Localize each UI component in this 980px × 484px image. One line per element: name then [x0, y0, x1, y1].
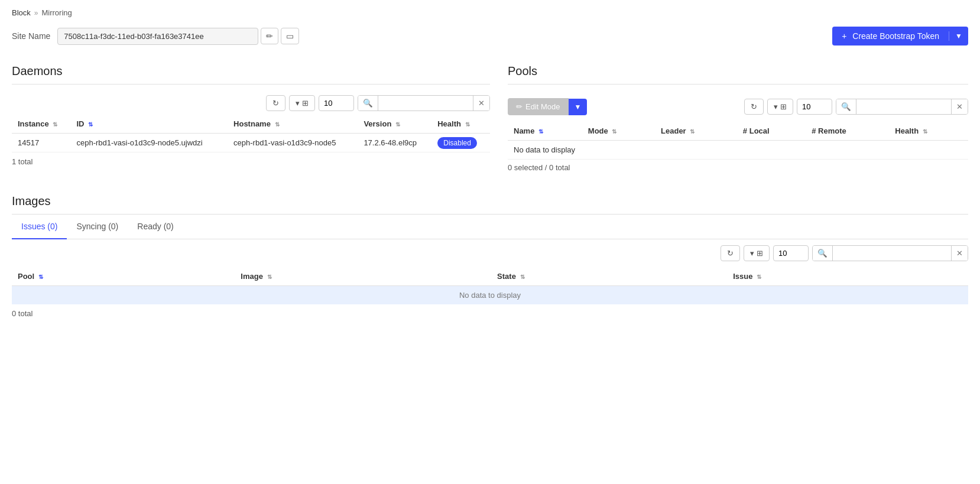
- daemons-col-id[interactable]: ID ⇅: [71, 115, 228, 134]
- images-col-image[interactable]: Image ⇅: [235, 267, 491, 286]
- site-name-edit-button[interactable]: ✏: [261, 28, 278, 44]
- sort-icon-instance: ⇅: [53, 121, 57, 128]
- clear-icon: ✕: [956, 249, 963, 258]
- columns-drop-icon: ▾: [750, 249, 754, 258]
- edit-mode-dropdown-button[interactable]: ▼: [569, 99, 588, 115]
- daemon-health-badge: Disabled: [437, 137, 477, 149]
- daemons-col-health[interactable]: Health ⇅: [431, 115, 490, 134]
- create-bootstrap-token-button[interactable]: + Create Bootstrap Token ▼: [832, 27, 968, 46]
- sort-icon-hostname: ⇅: [275, 121, 280, 128]
- pools-col-name[interactable]: Name ⇅: [508, 122, 582, 141]
- images-table: Pool ⇅ Image ⇅ State ⇅ Issue ⇅ No d: [12, 267, 968, 304]
- site-name-input[interactable]: [57, 28, 258, 45]
- images-no-data: No data to display: [12, 286, 968, 305]
- search-icon: 🔍: [841, 102, 851, 111]
- sort-icon-img-pool: ⇅: [38, 274, 43, 280]
- images-col-issue[interactable]: Issue ⇅: [727, 267, 968, 286]
- pools-col-mode[interactable]: Mode ⇅: [582, 122, 655, 141]
- images-search-clear-button[interactable]: ✕: [951, 246, 968, 261]
- images-title: Images: [12, 185, 968, 214]
- sort-icon-issue: ⇅: [757, 274, 761, 280]
- tab-syncing[interactable]: Syncing (0): [67, 215, 128, 239]
- breadcrumb-separator: »: [34, 9, 38, 17]
- edit-mode-button-group: ✏ Edit Mode ▼: [508, 98, 587, 115]
- sort-icon-mode: ⇅: [612, 128, 616, 135]
- images-total: 0 total: [12, 304, 968, 323]
- refresh-icon: ↻: [272, 99, 279, 108]
- search-icon: 🔍: [363, 99, 373, 108]
- daemons-search-input[interactable]: [378, 96, 473, 111]
- images-col-state[interactable]: State ⇅: [491, 267, 727, 286]
- daemons-refresh-button[interactable]: ↻: [266, 95, 285, 111]
- tab-issues[interactable]: Issues (0): [12, 215, 67, 239]
- tab-ready[interactable]: Ready (0): [128, 215, 183, 239]
- images-search-input[interactable]: [833, 246, 951, 261]
- pools-col-remote[interactable]: # Remote: [806, 122, 889, 141]
- pools-col-local[interactable]: # Local: [737, 122, 806, 141]
- sort-icon-pool-health: ⇅: [923, 128, 927, 135]
- sort-icon-health: ⇅: [465, 121, 470, 128]
- daemons-search-icon-button[interactable]: 🔍: [358, 96, 378, 111]
- edit-icon: ✏: [266, 31, 273, 41]
- pools-no-data: No data to display: [508, 141, 968, 160]
- pools-table: Name ⇅ Mode ⇅ Leader ⇅ # Local: [508, 122, 968, 160]
- pools-search-wrapper: 🔍 ✕: [836, 99, 968, 115]
- pools-columns-button[interactable]: ▾ ⊞: [767, 99, 793, 115]
- site-name-input-group: ✏ ▭: [57, 28, 299, 45]
- breadcrumb: Block » Mirroring: [0, 0, 980, 22]
- daemons-per-page-input[interactable]: [319, 95, 354, 111]
- pools-refresh-button[interactable]: ↻: [744, 99, 764, 115]
- refresh-icon: ↻: [727, 249, 734, 258]
- daemon-instance: 14517: [12, 134, 71, 152]
- images-toolbar: ↻ ▾ ⊞ 🔍 ✕: [12, 239, 968, 267]
- clear-icon: ✕: [478, 99, 485, 108]
- images-col-pool[interactable]: Pool ⇅: [12, 267, 235, 286]
- daemons-columns-button[interactable]: ▾ ⊞: [289, 95, 315, 111]
- daemons-section: Daemons ↻ ▾ ⊞ 🔍 ✕: [12, 55, 490, 176]
- daemons-search-wrapper: 🔍 ✕: [358, 95, 490, 111]
- columns-grid-icon: ⊞: [302, 99, 309, 108]
- refresh-icon: ↻: [751, 102, 757, 111]
- edit-mode-chevron-icon: ▼: [575, 103, 582, 111]
- images-refresh-button[interactable]: ↻: [721, 245, 740, 261]
- pools-title: Pools: [508, 55, 968, 84]
- daemons-search-clear-button[interactable]: ✕: [473, 96, 489, 111]
- clear-icon: ✕: [956, 102, 963, 111]
- images-search-icon-button[interactable]: 🔍: [813, 246, 833, 261]
- images-tabs: Issues (0) Syncing (0) Ready (0): [12, 215, 968, 239]
- site-name-row: Site Name ✏ ▭ + Create Bootstrap Token ▼: [0, 22, 980, 55]
- table-row: 14517 ceph-rbd1-vasi-o1d3c9-node5.ujwdzi…: [12, 134, 490, 152]
- images-columns-button[interactable]: ▾ ⊞: [744, 245, 770, 261]
- pools-per-page-input[interactable]: [797, 99, 832, 115]
- daemons-col-version[interactable]: Version ⇅: [358, 115, 431, 134]
- daemons-total: 1 total: [12, 152, 490, 171]
- sort-icon-id: ⇅: [88, 121, 93, 128]
- pools-col-health[interactable]: Health ⇅: [889, 122, 968, 141]
- columns-grid-icon: ⊞: [780, 102, 787, 111]
- daemons-col-instance[interactable]: Instance ⇅: [12, 115, 71, 134]
- table-row: No data to display: [12, 286, 968, 305]
- columns-icon: ▾: [296, 99, 300, 108]
- images-per-page-input[interactable]: [773, 245, 809, 261]
- sort-icon-version: ⇅: [395, 121, 400, 128]
- pools-search-input[interactable]: [856, 99, 951, 114]
- daemon-version: 17.2.6-48.el9cp: [358, 134, 431, 152]
- daemon-id: ceph-rbd1-vasi-o1d3c9-node5.ujwdzi: [71, 134, 228, 152]
- create-token-dropdown-arrow[interactable]: ▼: [949, 32, 968, 40]
- sort-icon-image: ⇅: [267, 274, 272, 280]
- sort-icon-name: ⇅: [538, 128, 543, 135]
- pools-search-icon-button[interactable]: 🔍: [836, 99, 856, 114]
- daemons-col-hostname[interactable]: Hostname ⇅: [228, 115, 358, 134]
- pools-col-leader[interactable]: Leader ⇅: [655, 122, 737, 141]
- pools-search-clear-button[interactable]: ✕: [951, 99, 968, 114]
- pools-selected-text: 0 selected / 0 total: [508, 160, 968, 176]
- columns-drop-icon: ▾: [774, 102, 778, 111]
- columns-grid-icon: ⊞: [757, 249, 763, 258]
- edit-mode-button[interactable]: ✏ Edit Mode: [508, 98, 569, 115]
- sort-icon-state: ⇅: [520, 274, 525, 280]
- daemons-toolbar: ↻ ▾ ⊞ 🔍 ✕: [12, 92, 490, 115]
- breadcrumb-parent[interactable]: Block: [12, 8, 31, 17]
- copy-icon: ▭: [286, 31, 294, 41]
- site-name-copy-button[interactable]: ▭: [281, 28, 299, 44]
- pools-section: Pools ✏ Edit Mode ▼ ↻ ▾ ⊞: [490, 55, 968, 176]
